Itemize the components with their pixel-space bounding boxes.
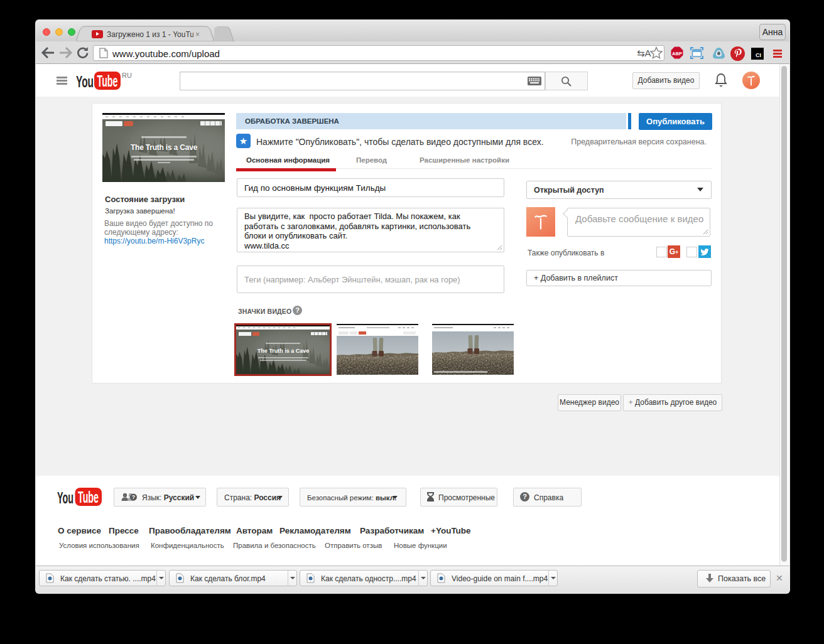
- svg-text:Tube: Tube: [97, 72, 118, 90]
- svg-text:You: You: [76, 72, 94, 91]
- svg-text:ABP: ABP: [672, 51, 682, 56]
- svg-text:You: You: [57, 489, 73, 507]
- svg-text:Tube: Tube: [78, 488, 99, 506]
- svg-text:?: ?: [132, 494, 136, 500]
